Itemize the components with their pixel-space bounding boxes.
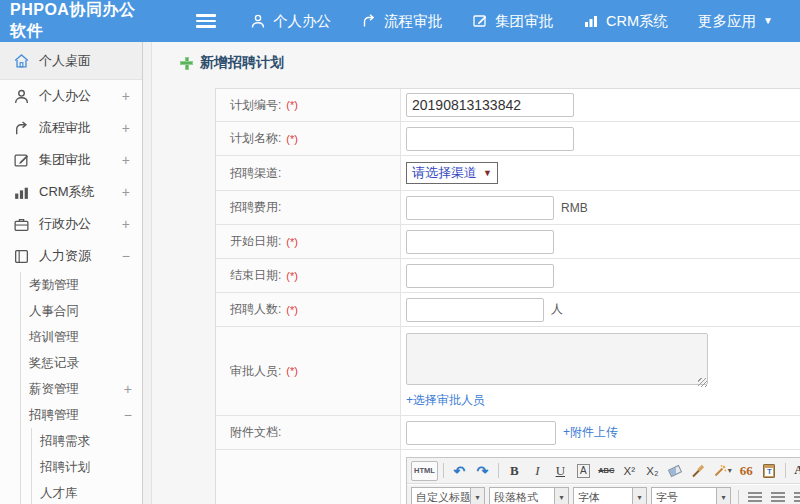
headcount-input[interactable] (406, 298, 544, 322)
underline-button[interactable]: U (550, 461, 571, 481)
end-date-input[interactable] (406, 264, 554, 288)
editor-toolbar-row2: 自定义标题▾ 段落格式▾ 字体▾ 字号▾ (407, 484, 800, 504)
expand-icon[interactable]: + (124, 381, 132, 397)
paragraph-format-select[interactable]: 段落格式▾ (489, 487, 569, 504)
plan-name-input[interactable] (406, 127, 574, 151)
channel-select[interactable]: 请选择渠道 ▼ (406, 162, 498, 184)
row-channel: 招聘渠道: 请选择渠道 ▼ (216, 156, 800, 191)
topbar: PHPOA协同办公软件 个人办公 流程审批 集团审批 CRM系统 更多应用 ▼ (0, 0, 800, 42)
sidebar-item-label: CRM系统 (39, 183, 95, 201)
cost-input[interactable] (406, 196, 554, 220)
paste-plain-button[interactable]: T (759, 461, 780, 481)
collapse-icon[interactable]: − (122, 248, 130, 264)
expand-icon[interactable]: + (122, 216, 130, 232)
topnav-label: 更多应用 (698, 12, 756, 31)
undo-icon[interactable]: ↶ (449, 461, 470, 481)
sidebar-item-hr[interactable]: 人力资源 − (0, 240, 142, 272)
top-navigation: 个人办公 流程审批 集团审批 CRM系统 更多应用 ▼ (250, 12, 773, 31)
custom-heading-select[interactable]: 自定义标题▾ (411, 487, 485, 504)
font-color-button[interactable]: A▾ (791, 461, 800, 481)
row-approvers: 审批人员:(*) +选择审批人员 (216, 327, 800, 416)
font-size-select[interactable]: 字号▾ (651, 487, 731, 504)
attachment-input[interactable] (406, 421, 556, 445)
font-family-select[interactable]: 字体▾ (573, 487, 647, 504)
approvers-textarea[interactable] (406, 333, 708, 385)
sidebar-item-recruit-demand[interactable]: 招聘需求 (32, 428, 142, 454)
sidebar-item-group-approval[interactable]: 集团审批 + (0, 144, 142, 176)
book-icon (13, 248, 30, 265)
sidebar-item-recruitment[interactable]: 招聘管理− (21, 402, 142, 428)
briefcase-icon (13, 216, 30, 233)
row-start-date: 开始日期:(*) (216, 225, 800, 259)
sidebar-item-salary[interactable]: 薪资管理+ (21, 376, 142, 402)
sidebar-item-crm[interactable]: CRM系统 + (0, 176, 142, 208)
topnav-label: 流程审批 (384, 12, 442, 31)
app-logo: PHPOA协同办公软件 (0, 0, 150, 42)
clipboard-icon: T (763, 464, 775, 478)
menu-toggle-icon[interactable] (196, 11, 216, 31)
remove-format-button[interactable] (665, 461, 686, 481)
sidebar-item-admin-office[interactable]: 行政办公 + (0, 208, 142, 240)
sidebar-item-personal-office[interactable]: 个人办公 + (0, 80, 142, 112)
sidebar-item-rewards[interactable]: 奖惩记录 (21, 350, 142, 376)
align-right-button[interactable] (790, 487, 800, 504)
edit-icon (472, 13, 488, 29)
redo-icon[interactable]: ↷ (472, 461, 493, 481)
align-left-button[interactable] (744, 487, 765, 504)
align-center-icon (771, 492, 785, 502)
caret-down-icon: ▾ (470, 488, 484, 504)
topnav-personal-office[interactable]: 个人办公 (250, 12, 331, 31)
sidebar-item-recruit-plan[interactable]: 招聘计划 (32, 454, 142, 480)
topnav-more-apps[interactable]: 更多应用 ▼ (698, 12, 773, 31)
row-editor: HTML ↶ ↷ B I U A ABC X² X₂ (216, 450, 800, 504)
attachment-upload-link[interactable]: +附件上传 (563, 424, 618, 441)
page-title: 新增招聘计划 (180, 54, 284, 72)
quick-format-button[interactable]: ▾ (711, 461, 734, 481)
sidebar-item-talent-pool[interactable]: 人才库 (32, 480, 142, 504)
editor-toolbar-row1: HTML ↶ ↷ B I U A ABC X² X₂ (407, 458, 800, 484)
unit-suffix: 人 (551, 301, 563, 318)
collapse-icon[interactable]: − (124, 407, 132, 423)
source-code-button[interactable]: HTML (411, 461, 438, 481)
expand-icon[interactable]: + (122, 120, 130, 136)
resize-handle-icon[interactable] (698, 378, 707, 387)
subscript-button[interactable]: X₂ (642, 461, 663, 481)
sidebar-item-desktop[interactable]: 个人桌面 (0, 42, 142, 80)
unit-suffix: RMB (561, 201, 588, 215)
home-icon (13, 52, 30, 69)
strikethrough-button[interactable]: ABC (596, 461, 617, 481)
caret-down-icon: ▼ (483, 168, 492, 178)
sidebar-item-label: 个人办公 (39, 87, 91, 105)
chart-icon (13, 184, 30, 201)
sidebar-item-training[interactable]: 培训管理 (21, 324, 142, 350)
align-center-button[interactable] (767, 487, 788, 504)
topnav-crm-system[interactable]: CRM系统 (583, 12, 668, 31)
expand-icon[interactable]: + (122, 184, 130, 200)
superscript-button[interactable]: X² (619, 461, 640, 481)
topnav-label: 个人办公 (273, 12, 331, 31)
sidebar-item-workflow-approval[interactable]: 流程审批 + (0, 112, 142, 144)
flow-icon (361, 13, 377, 29)
expand-icon[interactable]: + (122, 152, 130, 168)
topnav-workflow-approval[interactable]: 流程审批 (361, 12, 442, 31)
format-painter-button[interactable] (688, 461, 709, 481)
row-cost: 招聘费用: RMB (216, 191, 800, 225)
italic-button[interactable]: I (527, 461, 548, 481)
rich-text-editor: HTML ↶ ↷ B I U A ABC X² X₂ (406, 457, 800, 504)
sidebar-item-hr-contract[interactable]: 人事合同 (21, 298, 142, 324)
blockquote-button[interactable]: 66 (736, 461, 757, 481)
expand-icon[interactable]: + (122, 88, 130, 104)
font-style-button[interactable]: A (573, 461, 594, 481)
topnav-group-approval[interactable]: 集团审批 (472, 12, 553, 31)
user-icon (13, 88, 30, 105)
bold-button[interactable]: B (504, 461, 525, 481)
sidebar-item-label: 流程审批 (39, 119, 91, 137)
plan-number-input[interactable] (406, 93, 574, 117)
required-mark: (*) (286, 99, 298, 111)
select-approvers-link[interactable]: +选择审批人员 (406, 392, 485, 409)
chart-icon (583, 13, 599, 29)
sidebar-item-label: 集团审批 (39, 151, 91, 169)
sidebar-scrollbar[interactable] (143, 42, 152, 504)
sidebar-item-attendance[interactable]: 考勤管理 (21, 272, 142, 298)
start-date-input[interactable] (406, 230, 554, 254)
